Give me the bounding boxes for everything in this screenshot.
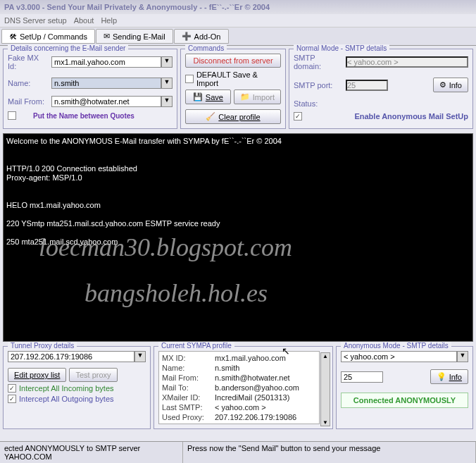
intercept-out-label: Intercept All Outgoing bytes bbox=[19, 395, 114, 403]
smtp-port-input bbox=[346, 80, 388, 91]
proxy-dropdown[interactable]: ▼ bbox=[134, 351, 146, 362]
intercept-out-checkbox[interactable]: ✓ bbox=[8, 395, 16, 403]
sender-title: Details concerning the E-Mail sender bbox=[8, 44, 128, 52]
tunnel-group: Tunnel Proxy details ▼ Edit proxy list T… bbox=[3, 346, 151, 429]
profile-key: XMailer ID: bbox=[162, 393, 215, 402]
title-bar: PA v3.000 - Send Your Mail Privately & A… bbox=[0, 0, 476, 14]
console-line bbox=[6, 210, 470, 218]
scroll-down-icon[interactable]: ▼ bbox=[321, 419, 330, 426]
profile-row: Used Proxy:207.192.206.179:19086 bbox=[161, 412, 318, 422]
profile-value: n.smith@hotwater.net bbox=[215, 374, 290, 382]
fakemx-input[interactable] bbox=[51, 56, 161, 68]
profile-key: MX ID: bbox=[162, 354, 215, 362]
name-input[interactable] bbox=[51, 78, 161, 89]
disconnect-button[interactable]: Disconnect from server bbox=[185, 54, 281, 68]
enable-anon-checkbox[interactable]: ✓ bbox=[294, 112, 302, 121]
sender-group: Details concerning the E-Mail sender Fak… bbox=[3, 49, 177, 129]
edit-proxy-button[interactable]: Edit proxy list bbox=[8, 368, 66, 382]
profile-title: Current SYMPA profile bbox=[158, 342, 234, 350]
status-label: Status: bbox=[294, 99, 334, 108]
console-line: HELO mx1.mail.yahoo.com bbox=[6, 201, 470, 209]
quote-hint: Put the Name between Quotes bbox=[33, 112, 134, 120]
tab-sending[interactable]: ✉Sending E-Mail bbox=[96, 29, 173, 44]
console-line bbox=[6, 155, 470, 163]
console-line: 220 YSmtp mta251.mail.scd.yahoo.com ESMT… bbox=[6, 219, 470, 228]
menu-help[interactable]: Help bbox=[101, 16, 117, 25]
bulb-icon: 💡 bbox=[437, 372, 446, 381]
console-output: Welcome to the ANONYMOUS E-Mail transfer… bbox=[3, 133, 473, 342]
commands-group: Commands Disconnect from server DEFAULT … bbox=[180, 49, 286, 129]
fakemx-dropdown[interactable]: ▼ bbox=[161, 56, 173, 68]
from-dropdown[interactable]: ▼ bbox=[161, 96, 173, 107]
anon-domain-input[interactable] bbox=[341, 351, 457, 362]
anon-smtp-group: Anonymous Mode - SMTP details ▼ 💡Info Co… bbox=[336, 346, 473, 429]
profile-group: Current SYMPA profile MX ID:mx1.mail.yah… bbox=[154, 346, 333, 429]
default-checkbox[interactable] bbox=[185, 75, 194, 83]
smtp-title: Normal Mode - SMTP details bbox=[294, 44, 389, 52]
profile-row: MX ID:mx1.mail.yahoo.com bbox=[161, 353, 318, 363]
smtp-port-label: SMTP port: bbox=[294, 81, 343, 89]
tunnel-title: Tunnel Proxy details bbox=[8, 342, 77, 350]
proxy-input[interactable] bbox=[8, 351, 134, 362]
intercept-in-label: Intercept All Incoming bytes bbox=[19, 384, 114, 393]
info-button[interactable]: ⚙Info bbox=[433, 78, 468, 92]
profile-row: Mail From:n.smith@hotwater.net bbox=[161, 373, 318, 383]
scroll-up-icon[interactable]: ▲ bbox=[321, 353, 330, 359]
name-dropdown[interactable]: ▼ bbox=[161, 78, 173, 89]
tab-bar: 🛠SetUp / Commands ✉Sending E-Mail ➕Add-O… bbox=[0, 27, 476, 46]
profile-key: Mail To: bbox=[162, 383, 215, 392]
menu-about[interactable]: About bbox=[74, 16, 94, 25]
smtp-domain-input bbox=[346, 56, 468, 68]
profile-value: mx1.mail.yahoo.com bbox=[215, 354, 286, 362]
console-line bbox=[6, 192, 470, 200]
anon-domain-dropdown[interactable]: ▼ bbox=[457, 351, 468, 362]
intercept-in-checkbox[interactable]: ✓ bbox=[8, 384, 16, 393]
tools-icon: 🛠 bbox=[9, 32, 17, 41]
fakemx-label: Fake MX Id: bbox=[8, 54, 49, 70]
profile-value: 207.192.206.179:19086 bbox=[215, 413, 296, 421]
default-label: DEFAULT Save & Import bbox=[196, 70, 281, 87]
connected-status: Connected ANONYMOUSLY bbox=[341, 393, 468, 408]
name-label: Name: bbox=[8, 79, 49, 87]
cursor-icon: ↖ bbox=[282, 345, 290, 357]
save-icon: 💾 bbox=[193, 92, 203, 101]
watermark-2: bangsholeh.hol.es bbox=[84, 278, 268, 308]
menu-dns[interactable]: DNS Server setup bbox=[4, 16, 67, 25]
console-line: Welcome to the ANONYMOUS E-Mail transfer… bbox=[6, 137, 470, 145]
commands-title: Commands bbox=[185, 44, 227, 52]
profile-key: Name: bbox=[162, 364, 215, 372]
smtp-domain-label: SMTP domain: bbox=[294, 54, 343, 70]
profile-row: Last SMTP:< yahoo.com > bbox=[161, 402, 318, 412]
quote-checkbox[interactable] bbox=[8, 111, 16, 120]
menu-bar: DNS Server setup About Help bbox=[0, 14, 476, 27]
import-button[interactable]: 📁Import bbox=[234, 89, 281, 104]
profile-key: Used Proxy: bbox=[162, 413, 215, 421]
info-icon: ⚙ bbox=[439, 80, 446, 89]
from-input[interactable] bbox=[51, 96, 161, 107]
status-left: ected ANONYMOUSLY to SMTP server YAHOO.C… bbox=[0, 442, 183, 463]
profile-value: < yahoo.com > bbox=[215, 403, 266, 412]
anon-info-button[interactable]: 💡Info bbox=[430, 369, 468, 384]
profile-value: b.anderson@yahoo.com bbox=[215, 383, 299, 392]
scrollbar[interactable]: ▲ ▼ bbox=[320, 352, 330, 426]
status-bar: ected ANONYMOUSLY to SMTP server YAHOO.C… bbox=[0, 441, 476, 463]
addon-icon: ➕ bbox=[182, 32, 192, 41]
save-button[interactable]: 💾Save bbox=[185, 89, 231, 104]
profile-value: IncrediMail (2501313) bbox=[215, 393, 289, 402]
profile-row: Name:n.smith bbox=[161, 363, 318, 373]
anon-port-input[interactable] bbox=[341, 371, 383, 383]
enable-anon-label[interactable]: Enable Anonymous Mail SetUp bbox=[354, 112, 468, 121]
tab-setup[interactable]: 🛠SetUp / Commands bbox=[1, 29, 95, 44]
import-icon: 📁 bbox=[240, 92, 250, 101]
console-line: HTTP/1.0 200 Connection established bbox=[6, 164, 470, 173]
test-proxy-button[interactable]: Test proxy bbox=[69, 368, 117, 382]
console-line bbox=[6, 146, 470, 154]
tab-addon[interactable]: ➕Add-On bbox=[174, 29, 229, 44]
anon-title: Anonymous Mode - SMTP details bbox=[341, 342, 451, 350]
mail-icon: ✉ bbox=[104, 32, 110, 41]
console-line bbox=[6, 183, 470, 191]
profile-row: Mail To:b.anderson@yahoo.com bbox=[161, 383, 318, 393]
clear-icon: 🧹 bbox=[206, 112, 215, 121]
clear-profile-button[interactable]: 🧹Clear profile bbox=[185, 109, 281, 124]
profile-key: Mail From: bbox=[162, 374, 215, 382]
